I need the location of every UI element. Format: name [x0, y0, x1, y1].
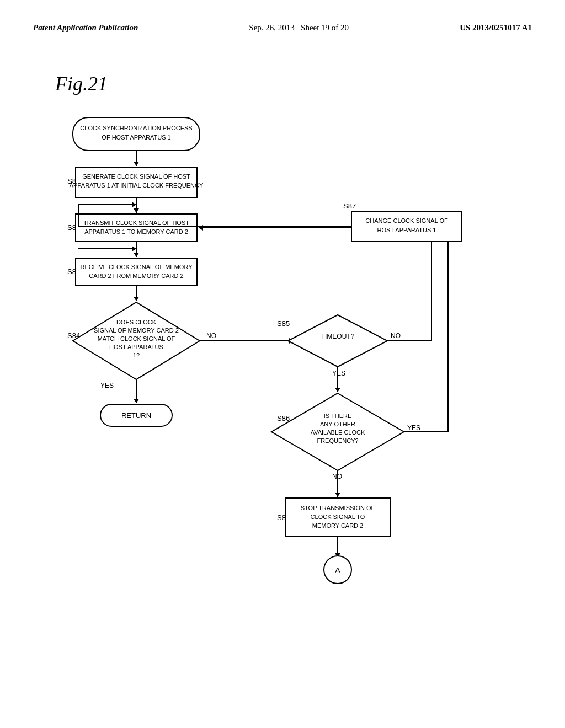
svg-text:GENERATE CLOCK SIGNAL OF HOST: GENERATE CLOCK SIGNAL OF HOST [82, 173, 190, 180]
svg-text:CHANGE CLOCK SIGNAL OF: CHANGE CLOCK SIGNAL OF [365, 217, 448, 224]
svg-text:STOP TRANSMISSION OF: STOP TRANSMISSION OF [301, 505, 375, 511]
svg-marker-26 [134, 297, 139, 301]
svg-text:MATCH CLOCK SIGNAL OF: MATCH CLOCK SIGNAL OF [98, 335, 175, 342]
svg-text:1?: 1? [133, 352, 140, 358]
svg-text:FREQUENCY?: FREQUENCY? [317, 437, 358, 444]
svg-text:NO: NO [391, 332, 401, 340]
svg-text:ANY OTHER: ANY OTHER [320, 421, 355, 427]
svg-text:MEMORY CARD 2: MEMORY CARD 2 [312, 522, 364, 529]
svg-rect-22 [76, 258, 197, 286]
svg-marker-36 [134, 399, 139, 403]
svg-text:S87: S87 [343, 202, 356, 210]
svg-marker-20 [132, 246, 136, 251]
page: Patent Application Publication Sep. 26, … [0, 0, 565, 728]
svg-marker-52 [335, 388, 340, 392]
svg-text:AVAILABLE CLOCK: AVAILABLE CLOCK [311, 429, 365, 436]
figure-label: Fig.21 [55, 72, 565, 95]
svg-text:IS THERE: IS THERE [324, 413, 352, 419]
svg-text:TIMEOUT?: TIMEOUT? [321, 333, 355, 340]
svg-text:HOST APPARATUS: HOST APPARATUS [109, 344, 163, 350]
svg-text:SIGNAL OF MEMORY CARD 2: SIGNAL OF MEMORY CARD 2 [94, 327, 179, 334]
svg-marker-18 [134, 253, 139, 257]
svg-marker-72 [335, 493, 340, 497]
header: Patent Application Publication Sep. 26, … [0, 0, 565, 39]
flowchart-svg: CLOCK SYNCHRONIZATION PROCESS OF HOST AP… [45, 112, 520, 658]
svg-marker-4 [134, 162, 139, 166]
svg-text:TRANSMIT CLOCK SIGNAL OF HOST: TRANSMIT CLOCK SIGNAL OF HOST [83, 220, 189, 226]
svg-text:APPARATUS 1 AT INITIAL CLOCK F: APPARATUS 1 AT INITIAL CLOCK FREQUENCY [70, 182, 204, 189]
date-sheet: Sep. 26, 2013 Sheet 19 of 20 [249, 22, 349, 34]
svg-text:RETURN: RETURN [121, 411, 151, 420]
svg-text:A: A [335, 565, 340, 575]
svg-text:CARD 2 FROM MEMORY CARD 2: CARD 2 FROM MEMORY CARD 2 [89, 272, 183, 279]
svg-text:NO: NO [206, 332, 216, 340]
svg-marker-10 [134, 208, 139, 213]
patent-number: US 2013/0251017 A1 [460, 22, 532, 34]
publication-label: Patent Application Publication [33, 22, 138, 34]
svg-text:APPARATUS 1 TO MEMORY CARD 2: APPARATUS 1 TO MEMORY CARD 2 [84, 228, 188, 235]
svg-text:S86: S86 [277, 414, 290, 422]
svg-text:OF HOST APPARATUS 1: OF HOST APPARATUS 1 [102, 134, 170, 141]
svg-text:CLOCK SYNCHRONIZATION PROCESS: CLOCK SYNCHRONIZATION PROCESS [80, 125, 192, 131]
svg-text:CLOCK SIGNAL TO: CLOCK SIGNAL TO [311, 513, 365, 520]
svg-text:RECEIVE CLOCK SIGNAL OF MEMORY: RECEIVE CLOCK SIGNAL OF MEMORY [81, 264, 193, 270]
svg-rect-14 [76, 214, 197, 242]
svg-marker-43 [288, 315, 387, 367]
svg-text:YES: YES [407, 424, 420, 432]
svg-text:DOES CLOCK: DOES CLOCK [116, 319, 157, 325]
svg-text:HOST APPARATUS 1: HOST APPARATUS 1 [377, 227, 436, 233]
svg-marker-12 [132, 202, 136, 207]
svg-text:YES: YES [332, 370, 345, 377]
svg-text:YES: YES [100, 382, 114, 389]
svg-text:S85: S85 [277, 319, 290, 328]
